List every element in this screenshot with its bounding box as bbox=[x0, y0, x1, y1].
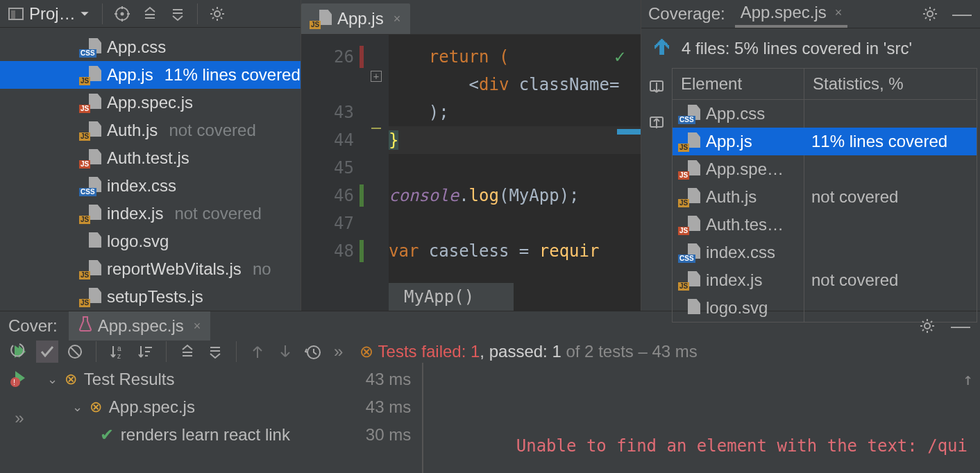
coverage-row[interactable]: JSAuth.jsnot covered bbox=[673, 183, 977, 211]
fail-status-icon: ⊗ bbox=[360, 342, 373, 361]
hide-panel-icon[interactable]: — bbox=[951, 3, 973, 25]
tree-item[interactable]: JSreportWebVitals.jsno bbox=[0, 255, 301, 283]
fail-status-icon: ⊗ bbox=[65, 370, 77, 388]
hide-panel-icon[interactable]: — bbox=[949, 315, 972, 337]
element-name: Auth.js bbox=[706, 187, 757, 207]
editor-tab-app-js[interactable]: JS App.js × bbox=[301, 3, 410, 34]
js-file-icon: JS bbox=[81, 121, 101, 139]
project-tree[interactable]: CSSApp.cssJSApp.js11% lines coveredJSApp… bbox=[0, 28, 301, 311]
tree-item[interactable]: JSApp.js11% lines covered bbox=[0, 61, 301, 89]
test-tree[interactable]: ⌄ ⊗ Test Results 43 ms ⌄ ⊗ App.spec.js 4… bbox=[39, 363, 423, 473]
duration: 43 ms bbox=[366, 370, 411, 389]
navigate-up-icon[interactable]: 🡱 bbox=[652, 37, 672, 60]
editor-body[interactable]: 26 43 44 45 46 47 48 + ✓ return ( <div c… bbox=[301, 35, 641, 311]
scrollbar-marker[interactable] bbox=[617, 129, 641, 135]
run-gutter: ! » bbox=[0, 363, 39, 473]
collapse-all-icon[interactable] bbox=[204, 341, 226, 363]
coverage-suite-tab[interactable]: App.spec.js × bbox=[735, 0, 848, 28]
inspections-ok-icon[interactable]: ✓ bbox=[614, 46, 625, 67]
tree-item[interactable]: JSApp.spec.js bbox=[0, 89, 301, 117]
sort-alphabetically-icon[interactable]: az bbox=[106, 341, 128, 363]
project-toolbar: Proj… bbox=[0, 0, 301, 28]
test-output-console[interactable]: ↑ Unable to find an element with the tex… bbox=[423, 363, 980, 473]
coverage-row[interactable]: JSAuth.tes… bbox=[673, 211, 977, 239]
previous-failed-icon[interactable] bbox=[246, 341, 269, 363]
sort-by-duration-icon[interactable] bbox=[134, 341, 156, 363]
fold-expand-icon[interactable]: + bbox=[371, 71, 382, 82]
coverage-row[interactable]: JSindex.jsnot covered bbox=[673, 266, 977, 294]
close-tab-icon[interactable]: × bbox=[394, 12, 401, 26]
rerun-icon[interactable] bbox=[8, 341, 31, 363]
more-icon[interactable]: » bbox=[334, 342, 343, 361]
editor-tab-label: App.js bbox=[337, 9, 384, 28]
close-icon[interactable]: × bbox=[194, 319, 201, 334]
more-actions-icon[interactable]: » bbox=[15, 409, 24, 428]
expand-all-icon[interactable] bbox=[139, 3, 161, 25]
settings-icon[interactable] bbox=[206, 3, 228, 25]
line-gutter[interactable]: 26 43 44 45 46 47 48 bbox=[301, 35, 364, 311]
coverage-hint: not covered bbox=[174, 204, 261, 223]
coverage-row[interactable]: JSApp.spe… bbox=[673, 155, 977, 183]
project-panel: Proj… CSSApp.cssJSApp.js11% lines covere… bbox=[0, 0, 301, 311]
tree-item[interactable]: logo.svg bbox=[0, 227, 301, 255]
console-text: Unable to find an element with the text:… bbox=[496, 436, 968, 456]
js-file-icon: JS bbox=[679, 188, 700, 206]
project-icon bbox=[8, 8, 24, 20]
flatten-packages-icon[interactable] bbox=[645, 76, 668, 98]
parameter-hint-popup: MyApp() bbox=[389, 283, 514, 311]
code-area[interactable]: ✓ return ( <div className= ); } console.… bbox=[389, 35, 641, 311]
node-label: App.spec.js bbox=[109, 397, 195, 417]
tree-item[interactable]: JSsetupTests.js bbox=[0, 283, 301, 311]
expand-all-icon[interactable] bbox=[176, 341, 198, 363]
code-text: return ( bbox=[389, 47, 509, 67]
settings-icon[interactable] bbox=[916, 315, 938, 337]
coverage-table-header: Element Statistics, % bbox=[673, 69, 977, 100]
coverage-row[interactable]: CSSApp.css bbox=[673, 100, 977, 128]
select-opened-file-icon[interactable] bbox=[111, 3, 133, 25]
tree-item[interactable]: JSAuth.test.js bbox=[0, 144, 301, 172]
svg-point-11 bbox=[927, 11, 933, 17]
coverage-table[interactable]: Element Statistics, % CSSApp.cssJSApp.js… bbox=[672, 68, 977, 322]
project-selector[interactable]: Proj… bbox=[4, 3, 94, 25]
settings-icon[interactable] bbox=[919, 3, 941, 25]
coverage-row[interactable]: JSApp.js11% lines covered bbox=[673, 128, 977, 155]
collapse-all-icon[interactable] bbox=[167, 3, 189, 25]
editor-panel: JS App.js × 26 43 44 45 46 47 48 + ✓ bbox=[301, 0, 641, 311]
next-failed-icon[interactable] bbox=[274, 341, 296, 363]
test-history-icon[interactable] bbox=[302, 341, 324, 363]
spec-file-icon: JS bbox=[81, 149, 101, 167]
css-file-icon: CSS bbox=[679, 105, 700, 123]
coverage-panel: Coverage: App.spec.js × — 🡱 4 files: 5% … bbox=[641, 0, 980, 311]
js-file-icon: JS bbox=[81, 66, 101, 84]
show-passed-toggle[interactable] bbox=[36, 341, 58, 363]
tree-item[interactable]: JSAuth.jsnot covered bbox=[0, 117, 301, 144]
tree-item[interactable]: CSSindex.css bbox=[0, 172, 301, 200]
css-file-icon: CSS bbox=[81, 38, 101, 56]
autoscroll-icon[interactable] bbox=[645, 112, 668, 135]
svg-point-10 bbox=[214, 11, 220, 17]
spec-file-icon: JS bbox=[81, 94, 101, 112]
tree-item[interactable]: JSindex.jsnot covered bbox=[0, 200, 301, 227]
file-name: Auth.js bbox=[107, 121, 158, 140]
tree-item[interactable]: CSSApp.css bbox=[0, 33, 301, 61]
run-config-tab[interactable]: App.spec.js × bbox=[69, 311, 211, 341]
css-file-icon: CSS bbox=[679, 243, 700, 261]
fold-strip[interactable]: + bbox=[364, 35, 389, 311]
rerun-failed-icon[interactable]: ! bbox=[10, 368, 29, 392]
js-file-icon: JS bbox=[311, 10, 332, 28]
scroll-to-top-icon[interactable]: ↑ bbox=[963, 370, 973, 389]
header-statistics[interactable]: Statistics, % bbox=[804, 69, 977, 99]
show-ignored-icon[interactable] bbox=[64, 341, 86, 363]
coverage-row[interactable]: CSSindex.css bbox=[673, 239, 977, 266]
test-case-node[interactable]: ✔ renders learn react link 30 ms bbox=[39, 421, 422, 449]
file-name: logo.svg bbox=[107, 232, 169, 251]
coverage-stat: 11% lines covered bbox=[804, 132, 977, 151]
header-element[interactable]: Element bbox=[673, 69, 804, 99]
fold-end-icon bbox=[371, 128, 381, 129]
close-icon[interactable]: × bbox=[835, 6, 843, 20]
test-suite-node[interactable]: ⌄ ⊗ App.spec.js 43 ms bbox=[39, 393, 422, 421]
test-results-root[interactable]: ⌄ ⊗ Test Results 43 ms bbox=[39, 366, 422, 393]
file-name: index.css bbox=[107, 176, 176, 196]
svg-text:z: z bbox=[117, 352, 121, 360]
svg-file-icon bbox=[679, 299, 700, 317]
